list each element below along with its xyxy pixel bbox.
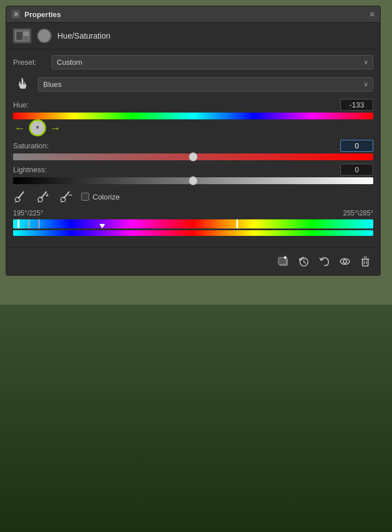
svg-rect-2 [23, 32, 29, 36]
title-bar: ✕ Properties ≡ [6, 6, 380, 23]
eyedropper-subtract-button[interactable]: − [59, 189, 74, 205]
lightness-slider-row: Lightness: 0 [13, 164, 373, 184]
lightness-track[interactable] [13, 177, 373, 184]
lightness-label: Lightness: [13, 165, 47, 174]
properties-panel: ✕ Properties ≡ Hue/Saturation Preset: Cu… [6, 6, 381, 276]
panel-header: Hue/Saturation [6, 23, 380, 49]
mask-icon[interactable] [37, 28, 52, 43]
spectrum-marker-3 [38, 219, 40, 228]
saturation-thumb[interactable] [189, 152, 198, 161]
channel-chevron: ∨ [364, 81, 368, 88]
svg-point-18 [343, 260, 347, 263]
undo-button[interactable] [316, 253, 332, 269]
saturation-track[interactable] [13, 153, 373, 160]
spectrum-marker-1 [18, 219, 19, 228]
lightness-label-row: Lightness: 0 [13, 164, 373, 176]
hue-thumb-icon: ▲ [35, 125, 40, 131]
close-button[interactable]: ✕ [12, 10, 20, 18]
preset-dropdown[interactable]: Custom ∨ [52, 55, 373, 69]
svg-line-12 [61, 201, 62, 202]
adjustment-type-label: Hue/Saturation [57, 31, 110, 40]
svg-rect-19 [362, 259, 368, 266]
visibility-button[interactable] [337, 253, 353, 269]
panel-title: Properties [24, 10, 61, 19]
hue-thumb[interactable]: ▲ [29, 119, 46, 136]
svg-rect-1 [16, 32, 22, 40]
spectrum-marker-4 [236, 219, 238, 228]
preset-row: Preset: Custom ∨ [13, 55, 373, 69]
hue-arrow-right-icon[interactable]: → [49, 122, 61, 135]
saturation-label-row: Saturation: 0 [13, 140, 373, 152]
preset-value: Custom [57, 58, 82, 66]
preset-chevron: ∨ [364, 59, 368, 66]
delete-button[interactable] [357, 253, 373, 269]
channel-value: Blues [43, 80, 62, 89]
new-layer-button[interactable] [276, 253, 291, 269]
range-labels: 195°/225° 255°\285° [13, 209, 373, 217]
spectrum-triangle [99, 224, 105, 228]
hand-tool-icon[interactable] [13, 74, 34, 94]
eyedropper-button[interactable] [13, 189, 29, 205]
spectrum-bar-top[interactable] [13, 219, 373, 228]
lightness-value[interactable]: 0 [340, 164, 373, 176]
colorize-label: Colorize [93, 193, 120, 201]
saturation-value[interactable]: 0 [340, 140, 373, 152]
hue-label: Hue: [13, 101, 28, 109]
hue-track[interactable] [13, 113, 373, 119]
panel-content: Preset: Custom ∨ Blues ∨ Hue: - [6, 49, 380, 242]
history-button[interactable] [296, 253, 312, 269]
colorize-row: + − Colorize [13, 189, 373, 205]
hue-slider-row: Hue: -133 ← ▲ → [13, 99, 373, 136]
menu-icon[interactable]: ≡ [370, 10, 374, 19]
range-label-right: 255°\285° [343, 209, 373, 217]
colorize-checkbox[interactable] [81, 193, 89, 201]
svg-text:+: + [45, 192, 49, 198]
svg-text:−: − [68, 191, 72, 199]
hue-thumb-area: ← ▲ → [13, 119, 373, 136]
hue-label-row: Hue: -133 [13, 99, 373, 111]
svg-line-8 [38, 201, 39, 202]
lightness-thumb[interactable] [189, 176, 198, 185]
eyedropper-add-button[interactable]: + [36, 189, 52, 205]
svg-line-5 [15, 201, 16, 202]
adjustment-layer-icon[interactable] [13, 28, 31, 43]
colorize-checkbox-label[interactable]: Colorize [81, 193, 120, 201]
hue-value[interactable]: -133 [340, 99, 373, 111]
title-bar-left: ✕ Properties [12, 10, 61, 19]
saturation-label: Saturation: [13, 142, 49, 150]
channel-dropdown[interactable]: Blues ∨ [38, 77, 373, 92]
channel-row: Blues ∨ [13, 74, 373, 94]
color-range-row: 195°/225° 255°\285° [13, 209, 373, 236]
spectrum-bar-bottom[interactable] [13, 230, 373, 236]
spectrum-marker-2 [28, 219, 30, 228]
spectrum-container [13, 219, 373, 236]
preset-label: Preset: [13, 58, 47, 66]
hue-arrow-left-icon[interactable]: ← [14, 122, 26, 135]
range-label-left: 195°/225° [13, 209, 43, 217]
saturation-slider-row: Saturation: 0 [13, 140, 373, 160]
bottom-toolbar [6, 247, 380, 275]
